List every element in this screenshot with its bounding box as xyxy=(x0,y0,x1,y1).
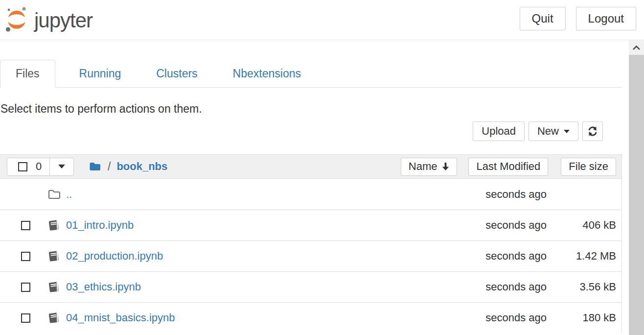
list-item-notebook: 02_production.ipynb seconds ago 1.42 MB xyxy=(0,240,621,271)
caret-down-icon xyxy=(58,165,65,168)
select-all-group: 0 xyxy=(7,158,74,176)
notebook-link[interactable]: 04_mnist_basics.ipynb xyxy=(66,311,175,324)
book-icon xyxy=(47,219,60,231)
row-checkbox[interactable] xyxy=(21,252,30,261)
instructions-text: Select items to perform actions on them. xyxy=(0,102,622,116)
tab-clusters[interactable]: Clusters xyxy=(145,60,208,88)
book-icon xyxy=(47,281,60,293)
quit-button[interactable]: Quit xyxy=(520,7,566,30)
notebook-list: 0 / book_nbs Name xyxy=(0,154,622,333)
book-icon xyxy=(47,312,60,324)
list-item-parent-folder: .. seconds ago xyxy=(0,179,621,210)
modified-value: seconds ago xyxy=(424,311,547,324)
row-checkbox[interactable] xyxy=(21,221,30,230)
new-dropdown-button[interactable]: New xyxy=(529,121,578,141)
list-header: 0 / book_nbs Name xyxy=(0,154,621,179)
notebook-link[interactable]: 01_intro.ipynb xyxy=(66,219,134,231)
book-icon xyxy=(47,250,60,262)
modified-value: seconds ago xyxy=(424,188,547,201)
modified-value: seconds ago xyxy=(424,250,547,263)
size-value: 3.56 kB xyxy=(547,281,621,293)
scrollbar-thumb[interactable] xyxy=(629,55,644,335)
refresh-icon xyxy=(587,126,598,137)
list-item-notebook: 01_intro.ipynb seconds ago 406 kB xyxy=(0,210,621,240)
main-content: Files Running Clusters Nbextensions Sele… xyxy=(0,60,622,333)
select-all-segment[interactable]: 0 xyxy=(7,158,49,175)
logout-button[interactable]: Logout xyxy=(576,7,636,30)
logo-wordmark: jupyter xyxy=(34,9,92,32)
size-value: 1.42 MB xyxy=(547,250,621,263)
caret-down-icon xyxy=(564,130,570,133)
parent-folder-link[interactable]: .. xyxy=(66,188,72,200)
breadcrumb: / book_nbs xyxy=(89,160,167,173)
jupyter-logo[interactable]: jupyter xyxy=(5,6,92,34)
new-dropdown-label: New xyxy=(537,125,559,138)
scroll-up-button[interactable] xyxy=(629,40,644,55)
selected-count: 0 xyxy=(36,160,42,173)
modified-value: seconds ago xyxy=(424,219,547,232)
list-item-notebook: 03_ethics.ipynb seconds ago 3.56 kB xyxy=(0,271,621,302)
vertical-scrollbar[interactable] xyxy=(629,40,644,335)
tab-files[interactable]: Files xyxy=(0,60,55,88)
chevron-up-icon xyxy=(632,45,641,50)
breadcrumb-current-folder[interactable]: book_nbs xyxy=(116,160,167,173)
sort-file-size-button[interactable]: File size xyxy=(561,158,616,176)
sort-last-modified-button[interactable]: Last Modified xyxy=(468,158,548,176)
size-value: 406 kB xyxy=(547,219,621,232)
size-value: 180 kB xyxy=(547,311,621,324)
notebook-link[interactable]: 03_ethics.ipynb xyxy=(66,281,141,293)
tab-nbextensions[interactable]: Nbextensions xyxy=(222,60,312,88)
breadcrumb-separator: / xyxy=(108,160,111,173)
tab-bar: Files Running Clusters Nbextensions xyxy=(0,60,622,88)
modified-value: seconds ago xyxy=(424,281,547,293)
upload-button[interactable]: Upload xyxy=(473,121,525,141)
folder-outline-icon xyxy=(47,189,61,200)
sort-name-button[interactable]: Name xyxy=(401,158,458,176)
app-header: jupyter Quit Logout xyxy=(0,0,644,40)
folder-icon[interactable] xyxy=(89,162,101,171)
select-dropdown-toggle[interactable] xyxy=(49,158,73,175)
arrow-down-icon xyxy=(442,162,449,171)
row-checkbox[interactable] xyxy=(21,313,30,323)
action-toolbar: Upload New xyxy=(0,121,622,141)
notebook-link[interactable]: 02_production.ipynb xyxy=(66,250,163,262)
tab-running[interactable]: Running xyxy=(68,60,133,88)
select-all-checkbox[interactable] xyxy=(18,162,27,171)
list-item-notebook: 04_mnist_basics.ipynb seconds ago 180 kB xyxy=(0,302,621,333)
refresh-button[interactable] xyxy=(582,121,603,141)
row-checkbox[interactable] xyxy=(21,283,30,292)
sort-buttons: Name Last Modified File size xyxy=(401,158,616,176)
sort-name-label: Name xyxy=(409,160,437,173)
jupyter-logo-icon xyxy=(5,6,28,34)
